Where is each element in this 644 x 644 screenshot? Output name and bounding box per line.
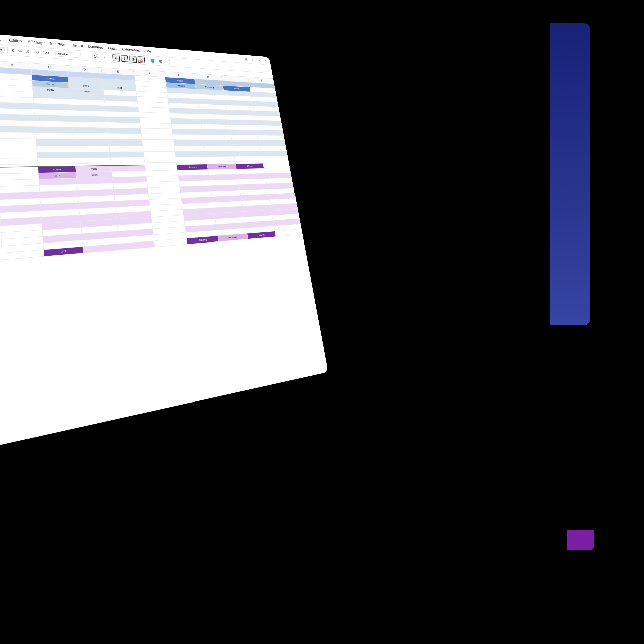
- cell-b14[interactable]: [0, 146, 37, 153]
- decimal-dec-button[interactable]: .0: [24, 49, 31, 54]
- cell-j14[interactable]: [260, 146, 287, 151]
- cell-b18[interactable]: [0, 167, 39, 174]
- merge-button[interactable]: ⛶: [165, 58, 172, 65]
- menu-edition[interactable]: Édition: [6, 37, 25, 45]
- cell-h11[interactable]: [202, 129, 231, 135]
- cell-d14[interactable]: [74, 146, 110, 152]
- menu-affichage[interactable]: Affichage: [24, 38, 48, 46]
- cell-f13[interactable]: [142, 140, 174, 146]
- cell-h12[interactable]: [203, 135, 232, 140]
- cell-g9[interactable]: [171, 118, 201, 124]
- cell-c13[interactable]: [36, 139, 74, 146]
- cell-b13[interactable]: [0, 139, 37, 146]
- cell-j18[interactable]: [263, 163, 290, 168]
- cell-i9[interactable]: [229, 120, 257, 125]
- cell-h16[interactable]: [206, 156, 235, 162]
- number-format-button[interactable]: 123: [41, 50, 51, 55]
- font-size-increase-button[interactable]: +: [100, 53, 108, 61]
- cell-d13[interactable]: [73, 139, 109, 146]
- cell-f10[interactable]: [140, 123, 172, 129]
- fill-color-button[interactable]: 🪣: [149, 57, 156, 64]
- menu-insertion[interactable]: Insertion: [47, 40, 68, 48]
- cell-i11[interactable]: [230, 130, 258, 135]
- cell-i12[interactable]: [231, 135, 259, 140]
- mar-purple[interactable]: March: [236, 163, 264, 169]
- cell-e14[interactable]: [109, 146, 144, 152]
- cell-e10[interactable]: [107, 122, 141, 128]
- strikethrough-button[interactable]: S: [129, 56, 137, 63]
- cell-i15[interactable]: [234, 151, 262, 157]
- cell-g15[interactable]: [175, 152, 206, 157]
- cell-b9[interactable]: [0, 114, 35, 121]
- cell-e18[interactable]: [111, 165, 146, 172]
- cell-d12[interactable]: [73, 133, 109, 139]
- font-color-button[interactable]: A: [137, 56, 145, 63]
- cloud-icon[interactable]: ☁: [0, 37, 2, 42]
- cell-f14[interactable]: [143, 146, 175, 152]
- cell-f16[interactable]: [144, 157, 177, 163]
- plan-purple[interactable]: Plan: [76, 166, 112, 172]
- menu-outils[interactable]: Outils: [105, 45, 120, 52]
- cell-e13[interactable]: [109, 139, 143, 146]
- cell-i10[interactable]: [229, 125, 257, 130]
- cell-d9[interactable]: [71, 116, 107, 122]
- cell-c15[interactable]: [37, 152, 75, 158]
- cell-i14[interactable]: [233, 146, 261, 151]
- cell-f15[interactable]: [144, 152, 176, 157]
- cell-f11[interactable]: [141, 128, 173, 134]
- cell-e16[interactable]: [111, 157, 145, 163]
- cell-e12[interactable]: [108, 133, 142, 139]
- cell-j13[interactable]: [259, 140, 286, 146]
- cell-g11[interactable]: [172, 129, 203, 135]
- cell-g16[interactable]: [176, 157, 207, 162]
- cell-f12[interactable]: [141, 134, 173, 140]
- cell-i16[interactable]: [235, 156, 263, 162]
- cell-j11[interactable]: [257, 130, 284, 135]
- cell-h14[interactable]: [205, 146, 234, 152]
- cell-b11[interactable]: [0, 126, 36, 133]
- cell-c11[interactable]: [35, 127, 73, 133]
- borders-button[interactable]: ⊞: [157, 58, 164, 65]
- cell-j9[interactable]: [256, 120, 282, 126]
- cell-e9[interactable]: [106, 117, 140, 123]
- total-purple[interactable]: TOTAL: [38, 166, 76, 173]
- bold-button[interactable]: B: [112, 54, 120, 62]
- cell-j16[interactable]: [262, 156, 289, 161]
- italic-button[interactable]: I: [121, 55, 129, 62]
- cell-b15[interactable]: [0, 152, 38, 159]
- feb-purple[interactable]: February: [207, 164, 237, 170]
- cell-b10[interactable]: [0, 120, 35, 127]
- download-icon[interactable]: ⬇: [256, 57, 262, 63]
- cell-e11[interactable]: [107, 128, 141, 134]
- cell-h13[interactable]: [204, 140, 233, 146]
- cell-j10[interactable]: [257, 125, 283, 131]
- cell-c10[interactable]: [35, 121, 72, 127]
- cell-j15[interactable]: [261, 151, 288, 156]
- cell-g14[interactable]: [174, 146, 205, 152]
- grid-icon[interactable]: ⊞: [243, 56, 250, 62]
- cell-c14[interactable]: [37, 146, 74, 152]
- cell-f9[interactable]: [140, 118, 171, 124]
- font-size-decrease-button[interactable]: −: [83, 52, 91, 60]
- currency-button[interactable]: €: [10, 48, 15, 53]
- cell-h9[interactable]: [201, 119, 230, 125]
- cell-d15[interactable]: [74, 152, 110, 158]
- cell-i13[interactable]: [232, 140, 260, 146]
- menu-extensions[interactable]: Extensions: [119, 46, 142, 54]
- font-family-select[interactable]: Arial ▾: [55, 51, 78, 58]
- cell-h10[interactable]: [201, 124, 230, 130]
- menu-donnees[interactable]: Données: [85, 43, 106, 51]
- cell-d10[interactable]: [72, 122, 107, 128]
- cell-d16[interactable]: [75, 158, 111, 164]
- cell-g10[interactable]: [171, 124, 202, 129]
- menu-format[interactable]: Format: [68, 42, 86, 49]
- align-icon[interactable]: ≡: [249, 56, 256, 63]
- cell-c9[interactable]: [35, 115, 72, 122]
- cell-b16[interactable]: [0, 158, 38, 165]
- cell-e15[interactable]: [110, 152, 144, 157]
- menu-aide[interactable]: Aide: [142, 48, 154, 54]
- cell-g13[interactable]: [173, 140, 204, 146]
- cell-c12[interactable]: [36, 133, 73, 139]
- cell-c16[interactable]: [38, 158, 76, 164]
- percent-button[interactable]: %: [17, 49, 23, 53]
